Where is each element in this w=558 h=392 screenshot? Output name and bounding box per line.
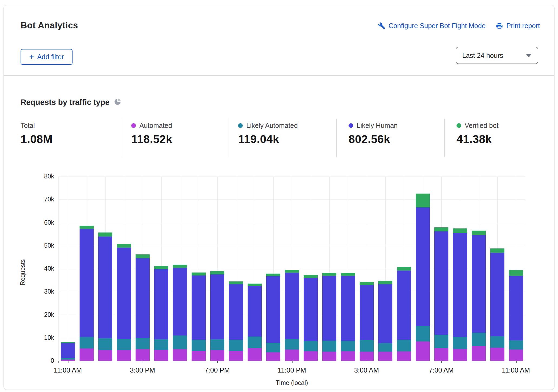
bar-segment-verified-bot xyxy=(378,281,392,284)
print-report-link[interactable]: Print report xyxy=(496,22,540,30)
bar-segment-likely-human xyxy=(229,284,243,340)
bar-2-00-am[interactable] xyxy=(341,177,355,361)
bar-segment-verified-bot xyxy=(360,282,374,285)
bar-7-00-pm[interactable] xyxy=(210,177,224,361)
bar-segment-automated xyxy=(322,352,336,361)
bar-segment-likely-human xyxy=(434,231,448,335)
bar-3-00-pm[interactable] xyxy=(136,177,150,361)
stat-likely-human-label: Likely Human xyxy=(357,122,398,129)
y-tick-label: 10k xyxy=(35,334,54,341)
bar-segment-automated xyxy=(192,351,206,361)
section-title-row: Requests by traffic type xyxy=(21,98,121,107)
y-tick-label: 0 xyxy=(35,357,54,364)
bar-11-00-am[interactable] xyxy=(61,177,75,361)
stat-verified-bot-value: 41.38k xyxy=(457,133,498,146)
bar-12-00-am[interactable] xyxy=(304,177,318,361)
bar-segment-likely-automated xyxy=(472,333,486,346)
y-tick-label: 20k xyxy=(35,311,54,318)
bar-segment-automated xyxy=(472,346,486,361)
bar-segment-likely-automated xyxy=(192,340,206,351)
bot-analytics-page: { "header": { "title": "Bot Analytics", … xyxy=(0,0,558,392)
bar-9-00-pm[interactable] xyxy=(248,177,262,361)
bar-segment-automated xyxy=(509,350,523,361)
bar-segment-likely-human xyxy=(117,248,131,339)
bar-8-00-pm[interactable] xyxy=(229,177,243,361)
bar-2-00-pm[interactable] xyxy=(117,177,131,361)
bar-segment-automated xyxy=(490,348,504,361)
bar-segment-likely-automated xyxy=(98,338,112,350)
y-tick-label: 80k xyxy=(35,173,54,180)
bar-5-00-pm[interactable] xyxy=(173,177,187,361)
likely-human-legend-dot xyxy=(349,123,353,128)
bar-segment-likely-human xyxy=(80,229,94,337)
bar-9-00-am[interactable] xyxy=(472,177,486,361)
stat-likely-human[interactable]: Likely Human 802.56k xyxy=(349,121,398,146)
bar-segment-likely-automated xyxy=(210,339,224,350)
bar-12-00-pm[interactable] xyxy=(80,177,94,361)
bar-6-00-am[interactable] xyxy=(416,177,430,361)
bar-7-00-am[interactable] xyxy=(434,177,448,361)
x-tick-mark xyxy=(143,361,143,363)
bar-segment-verified-bot xyxy=(434,227,448,231)
bar-segment-likely-human xyxy=(266,276,280,343)
bar-4-00-am[interactable] xyxy=(378,177,392,361)
stat-total-label: Total xyxy=(21,122,35,129)
bar-segment-verified-bot xyxy=(397,267,411,271)
bar-segment-verified-bot xyxy=(154,266,168,269)
bar-segment-likely-automated xyxy=(360,340,374,352)
bar-segment-likely-human xyxy=(304,278,318,341)
x-tick-mark xyxy=(367,361,367,363)
header-divider xyxy=(4,75,554,76)
bar-segment-likely-automated xyxy=(397,340,411,351)
bar-segment-verified-bot xyxy=(285,270,299,273)
verified-bot-legend-dot xyxy=(457,123,461,128)
bar-segment-verified-bot xyxy=(248,284,262,286)
bar-11-00-am[interactable] xyxy=(509,177,523,361)
stat-likely-automated[interactable]: Likely Automated 119.04k xyxy=(238,121,298,146)
bar-segment-automated xyxy=(360,352,374,361)
bar-segment-likely-automated xyxy=(341,341,355,351)
bar-segment-verified-bot xyxy=(136,254,150,258)
stats-divider xyxy=(123,119,123,157)
y-tick-label: 40k xyxy=(35,265,54,272)
bar-segment-verified-bot xyxy=(266,274,280,276)
page-title: Bot Analytics xyxy=(21,20,78,31)
bar-segment-likely-human xyxy=(360,285,374,340)
x-tick-label: 7:00 AM xyxy=(429,366,454,374)
x-tick-mark xyxy=(68,361,68,363)
add-filter-label: Add filter xyxy=(37,53,64,61)
bar-segment-verified-bot xyxy=(416,194,430,207)
bar-1-00-pm[interactable] xyxy=(98,177,112,361)
bar-10-00-pm[interactable] xyxy=(266,177,280,361)
stats-divider xyxy=(444,119,445,157)
stat-verified-bot[interactable]: Verified bot 41.38k xyxy=(457,121,498,146)
bar-segment-likely-human xyxy=(453,233,467,337)
x-tick-label: 11:00 AM xyxy=(54,366,82,374)
bar-1-00-am[interactable] xyxy=(322,177,336,361)
bar-segment-verified-bot xyxy=(453,228,467,233)
bar-segment-automated xyxy=(80,348,94,361)
bar-segment-verified-bot xyxy=(210,271,224,274)
x-tick-mark xyxy=(217,361,218,363)
bar-segment-automated xyxy=(285,350,299,361)
y-tick-label: 60k xyxy=(35,219,54,226)
time-range-select[interactable]: Last 24 hours xyxy=(456,47,538,64)
stat-total: Total 1.08M xyxy=(21,121,52,146)
bar-4-00-pm[interactable] xyxy=(154,177,168,361)
stat-likely-human-value: 802.56k xyxy=(349,133,398,146)
add-filter-button[interactable]: + Add filter xyxy=(21,49,73,65)
bar-8-00-am[interactable] xyxy=(453,177,467,361)
y-tick-label: 30k xyxy=(35,288,54,295)
configure-super-bot-fight-mode-link[interactable]: Configure Super Bot Fight Mode xyxy=(378,22,486,30)
bar-segment-verified-bot xyxy=(304,275,318,278)
bar-11-00-pm[interactable] xyxy=(285,177,299,361)
bar-3-00-am[interactable] xyxy=(360,177,374,361)
bar-10-00-am[interactable] xyxy=(490,177,504,361)
stat-automated[interactable]: Automated 118.52k xyxy=(131,121,172,146)
bar-5-00-am[interactable] xyxy=(397,177,411,361)
bar-segment-likely-automated xyxy=(322,341,336,352)
bar-6-00-pm[interactable] xyxy=(192,177,206,361)
bar-segment-likely-automated xyxy=(154,339,168,350)
bar-segment-automated xyxy=(341,351,355,361)
bar-segment-likely-human xyxy=(248,286,262,337)
